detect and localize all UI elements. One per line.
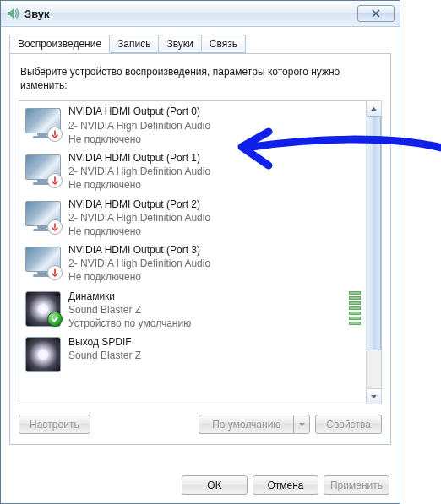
device-texts: Выход SPDIFSound Blaster Z: [68, 335, 361, 362]
playback-panel: Выберите устройство воспроизведения, пар…: [9, 53, 391, 445]
device-name: NVIDIA HDMI Output (Port 3): [68, 243, 361, 257]
default-badge-icon: [47, 312, 63, 327]
dialog-buttons: OK Отмена Применить: [182, 475, 389, 495]
scroll-up-button[interactable]: [366, 100, 382, 117]
device-status: Не подключено: [68, 133, 361, 146]
device-texts: NVIDIA HDMI Output (Port 3)2- NVIDIA Hig…: [68, 243, 361, 285]
scroll-down-button[interactable]: [366, 388, 382, 404]
set-default-button[interactable]: По умолчанию: [199, 415, 293, 434]
device-status: Не подключено: [68, 225, 361, 238]
instruction-text: Выберите устройство воспроизведения, пар…: [20, 65, 380, 92]
tab-playback[interactable]: Воспроизведение: [9, 35, 110, 53]
unplugged-badge-icon: [47, 265, 63, 280]
device-status: Не подключено: [68, 178, 361, 192]
device-name: Выход SPDIF: [68, 335, 361, 349]
device-desc: 2- NVIDIA High Definition Audio: [68, 119, 361, 133]
device-row[interactable]: NVIDIA HDMI Output (Port 2)2- NVIDIA Hig…: [19, 194, 366, 241]
device-row[interactable]: NVIDIA HDMI Output (Port 3)2- NVIDIA Hig…: [19, 240, 366, 286]
device-texts: ДинамикиSound Blaster ZУстройство по умо…: [68, 290, 344, 331]
unplugged-badge-icon: [47, 173, 63, 188]
speaker-icon: [24, 335, 62, 372]
tab-sounds[interactable]: Звуки: [158, 35, 201, 53]
titlebar[interactable]: Звук: [1, 1, 400, 27]
device-row[interactable]: NVIDIA HDMI Output (Port 0)2- NVIDIA Hig…: [19, 101, 366, 148]
scroll-thumb[interactable]: [367, 116, 381, 350]
set-default-dropdown[interactable]: [293, 415, 310, 434]
device-row[interactable]: Выход SPDIFSound Blaster Z: [19, 332, 366, 354]
device-texts: NVIDIA HDMI Output (Port 0)2- NVIDIA Hig…: [68, 105, 361, 146]
device-desc: Sound Blaster Z: [68, 349, 361, 362]
set-default-split-button: По умолчанию: [199, 415, 310, 434]
properties-button[interactable]: Свойства: [315, 415, 382, 434]
level-meter: [349, 291, 361, 325]
panel-buttons: Настроить По умолчанию Свойства: [19, 415, 382, 434]
device-name: NVIDIA HDMI Output (Port 0): [68, 105, 361, 118]
scrollbar[interactable]: [366, 101, 381, 404]
device-desc: Sound Blaster Z: [68, 303, 344, 317]
tab-strip: Воспроизведение Запись Звуки Связь: [9, 35, 391, 54]
monitor-icon: [24, 105, 62, 142]
close-button[interactable]: [357, 5, 395, 22]
device-texts: NVIDIA HDMI Output (Port 1)2- NVIDIA Hig…: [68, 151, 361, 192]
unplugged-badge-icon: [47, 127, 63, 142]
device-desc: 2- NVIDIA High Definition Audio: [68, 211, 361, 225]
device-texts: NVIDIA HDMI Output (Port 2)2- NVIDIA Hig…: [68, 198, 361, 239]
sound-icon: [6, 7, 19, 20]
window-title: Звук: [24, 8, 357, 20]
device-name: NVIDIA HDMI Output (Port 1): [68, 151, 361, 165]
monitor-icon: [24, 151, 62, 188]
speaker-icon: [24, 290, 62, 327]
cancel-button[interactable]: Отмена: [253, 475, 318, 495]
device-row[interactable]: NVIDIA HDMI Output (Port 1)2- NVIDIA Hig…: [19, 148, 366, 194]
scroll-track[interactable]: [367, 116, 381, 389]
tab-recording[interactable]: Запись: [109, 35, 159, 53]
chevron-down-icon: [371, 395, 377, 398]
device-list-container: NVIDIA HDMI Output (Port 0)2- NVIDIA Hig…: [19, 100, 382, 404]
tab-communications[interactable]: Связь: [201, 35, 246, 53]
device-row[interactable]: ДинамикиSound Blaster ZУстройство по умо…: [19, 286, 366, 333]
chevron-up-icon: [371, 107, 377, 111]
configure-button[interactable]: Настроить: [19, 415, 90, 434]
unplugged-badge-icon: [47, 219, 63, 235]
device-name: NVIDIA HDMI Output (Port 2): [68, 198, 361, 211]
close-icon: [372, 9, 380, 18]
device-desc: 2- NVIDIA High Definition Audio: [68, 257, 361, 270]
monitor-icon: [24, 243, 62, 280]
device-desc: 2- NVIDIA High Definition Audio: [68, 165, 361, 178]
device-name: Динамики: [68, 290, 344, 303]
monitor-icon: [24, 198, 62, 235]
chevron-down-icon: [299, 423, 305, 426]
device-status: Не подключено: [68, 270, 361, 284]
dialog-body: Воспроизведение Запись Звуки Связь Выбер…: [1, 27, 400, 445]
ok-button[interactable]: OK: [182, 475, 248, 495]
device-status: Устройство по умолчанию: [68, 317, 344, 330]
apply-button[interactable]: Применить: [324, 475, 389, 495]
sound-dialog: Звук Воспроизведение Запись Звуки Связь …: [0, 0, 400, 504]
device-list[interactable]: NVIDIA HDMI Output (Port 0)2- NVIDIA Hig…: [19, 101, 366, 404]
